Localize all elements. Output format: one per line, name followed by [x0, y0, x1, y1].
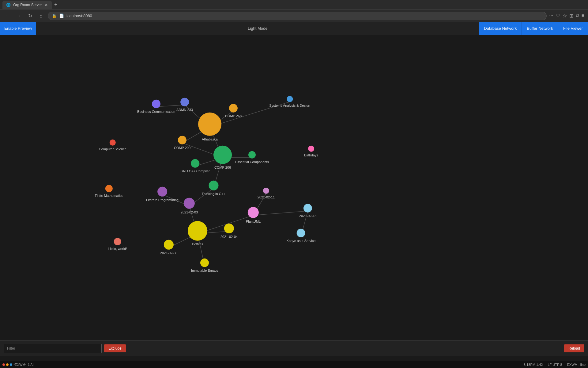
reload-button[interactable]: ↻: [26, 12, 34, 20]
status-mode: EXWM : line: [567, 363, 586, 366]
filter-bar: Exclude Reload: [0, 340, 588, 356]
node-circle-systems-analysis: [287, 96, 293, 102]
node-2021-02-08[interactable]: 2021-02-08: [160, 240, 177, 255]
forward-button[interactable]: →: [15, 12, 23, 20]
exclude-button[interactable]: Exclude: [104, 344, 126, 352]
node-label-essential-components: Essential Components: [235, 160, 269, 164]
node-circle-birthdays: [308, 146, 314, 152]
node-business-comm[interactable]: Business Communication: [137, 100, 175, 114]
node-birthdays[interactable]: Birthdays: [304, 146, 318, 157]
node-label-2021-02-03: 2021-02-03: [181, 210, 198, 214]
status-dot-yellow: [6, 363, 9, 366]
node-circle-admn233: [180, 98, 189, 106]
node-circle-dotfiles: [188, 221, 207, 241]
node-2021-02-11[interactable]: 2021-02-11: [258, 188, 275, 199]
node-circle-hello-world: [114, 238, 121, 245]
node-circle-computer-science: [110, 140, 116, 146]
back-button[interactable]: ←: [4, 12, 12, 20]
address-bar[interactable]: 🔒 📄 localhost:8080: [48, 12, 547, 20]
status-encoding: LF UTF-8: [548, 363, 562, 366]
node-2021-02-13[interactable]: 2021-02-13: [299, 204, 316, 218]
workspace-label: *EXWM*: [13, 363, 27, 366]
reload-graph-button[interactable]: Reload: [564, 344, 584, 352]
node-label-finite-math: Finite Mathematics: [95, 194, 123, 198]
status-dot-red: [2, 363, 5, 366]
node-essential-components[interactable]: Essential Components: [235, 151, 269, 164]
enable-preview-button[interactable]: Enable Preview: [0, 22, 36, 35]
node-hello-world[interactable]: Hello, world!: [108, 238, 127, 251]
status-dot-blue: [10, 363, 12, 366]
more-icon[interactable]: ···: [549, 13, 553, 19]
tab-title: Org Roam Server: [13, 3, 42, 7]
menu-icon[interactable]: ≡: [582, 13, 584, 19]
node-comp200[interactable]: COMP 200: [174, 136, 190, 150]
file-viewer-button[interactable]: File Viewer: [558, 22, 588, 35]
node-thinking-cpp[interactable]: Thinking in C++: [202, 181, 225, 196]
node-circle-2021-02-11: [263, 188, 269, 194]
node-circle-plantuml: [248, 207, 259, 218]
node-comp268[interactable]: COMP 268: [225, 104, 242, 118]
browser-titlebar: 🌐 Org Roam Server ✕ +: [0, 0, 588, 10]
node-label-2021-02-08: 2021-02-08: [160, 251, 177, 255]
node-label-comp268: COMP 268: [225, 114, 242, 118]
node-label-kanye: Kanye as a Service: [287, 239, 316, 243]
node-label-thinking-cpp: Thinking in C++: [202, 192, 225, 196]
node-circle-finite-math: [105, 185, 113, 192]
node-2021-02-03[interactable]: 2021-02-03: [181, 198, 198, 214]
node-label-2021-02-11: 2021-02-11: [258, 195, 275, 199]
toolbar-icons: ··· ♡ ☆ ⊞ ⧉ ≡: [549, 13, 584, 19]
node-label-gnu-cpp: GNU C++ Compiler: [180, 169, 209, 173]
node-circle-comp206: [213, 146, 232, 164]
node-gnu-cpp[interactable]: GNU C++ Compiler: [180, 159, 209, 173]
security-icon: 🔒: [52, 13, 57, 18]
grid-icon[interactable]: ⊞: [569, 13, 573, 19]
node-circle-2021-02-08: [164, 240, 174, 250]
node-athabasca[interactable]: Athabasca: [198, 113, 221, 141]
node-circle-athabasca: [198, 113, 221, 136]
node-label-immutable-emacs: Immutable Emacs: [191, 268, 218, 273]
browser-toolbar: ← → ↻ ⌂ 🔒 📄 localhost:8080 ··· ♡ ☆ ⊞ ⧉ ≡: [0, 10, 588, 22]
status-right: 8:18PM 1.42 LF UTF-8 EXWM : line: [524, 363, 586, 366]
node-circle-immutable-emacs: [200, 259, 209, 267]
node-circle-2021-02-13: [303, 204, 312, 213]
node-circle-kanye: [297, 229, 305, 237]
node-comp206[interactable]: COMP 206: [213, 146, 232, 170]
app-header: Enable Preview Light Mode Database Netwo…: [0, 22, 588, 35]
edges-layer: [0, 35, 588, 347]
node-dotfiles[interactable]: Dotfiles: [188, 221, 207, 246]
new-tab-button[interactable]: +: [54, 2, 58, 8]
buffer-network-button[interactable]: Buffer Network: [522, 22, 558, 35]
tab-close-button[interactable]: ✕: [44, 2, 48, 7]
bookmark-icon[interactable]: ♡: [556, 13, 560, 19]
node-label-systems-analysis: Systems Analysis & Design: [269, 103, 310, 108]
url-text: localhost:8080: [66, 13, 92, 18]
node-label-literate-prog: Literate Programming: [146, 198, 179, 202]
filter-input[interactable]: [4, 344, 102, 353]
status-time: 8:18PM 1.42: [524, 363, 543, 366]
node-label-dotfiles: Dotfiles: [192, 242, 203, 246]
node-circle-essential-components: [248, 151, 256, 159]
node-admn233[interactable]: ADMN 233: [176, 98, 193, 112]
node-computer-science[interactable]: Computer Science: [99, 140, 127, 151]
star-icon[interactable]: ☆: [563, 13, 567, 19]
node-immutable-emacs[interactable]: Immutable Emacs: [191, 259, 218, 273]
status-bar: *EXWM* 1 All 8:18PM 1.42 LF UTF-8 EXWM :…: [0, 361, 588, 368]
node-label-birthdays: Birthdays: [304, 153, 318, 157]
node-kanye[interactable]: Kanye as a Service: [287, 229, 316, 243]
light-mode-label: Light Mode: [248, 26, 267, 31]
node-plantuml[interactable]: PlantUML: [246, 207, 261, 224]
node-2021-02-04[interactable]: 2021-02-04: [221, 224, 238, 239]
database-network-button[interactable]: Database Network: [479, 22, 522, 35]
node-literate-prog[interactable]: Literate Programming: [146, 187, 179, 202]
split-icon[interactable]: ⧉: [576, 13, 579, 19]
node-label-computer-science: Computer Science: [99, 147, 127, 151]
home-button[interactable]: ⌂: [37, 12, 45, 20]
page-icon: 📄: [59, 13, 64, 18]
desktop-label: 1 All: [28, 363, 34, 366]
node-systems-analysis[interactable]: Systems Analysis & Design: [269, 96, 310, 108]
node-finite-math[interactable]: Finite Mathematics: [95, 185, 123, 198]
node-circle-gnu-cpp: [191, 159, 199, 168]
browser-tab[interactable]: 🌐 Org Roam Server ✕: [2, 1, 52, 9]
node-label-athabasca: Athabasca: [202, 137, 218, 141]
node-circle-comp268: [229, 104, 238, 113]
